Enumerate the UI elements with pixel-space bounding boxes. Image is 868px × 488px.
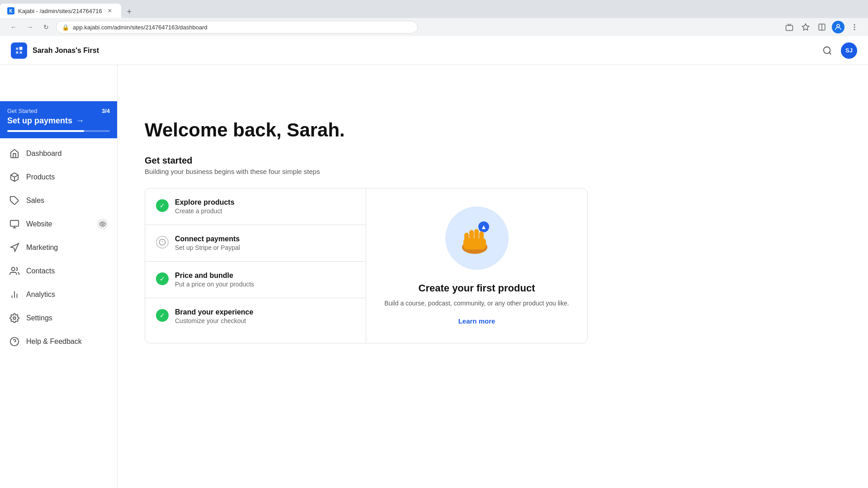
sidebar-item-label-sales: Sales [26,197,44,205]
app-layout: Get Started 3/4 Set up payments → Dashbo… [0,36,868,488]
cast-button[interactable] [783,21,796,33]
get-started-banner[interactable]: Get Started 3/4 Set up payments → [0,101,117,138]
svg-rect-12 [10,221,19,226]
sidebar-item-help[interactable]: Help & Feedback [0,330,117,353]
svg-marker-1 [802,24,809,30]
svg-point-4 [837,24,840,27]
sidebar-item-settings[interactable]: Settings [0,306,117,330]
step-explore[interactable]: ✓ Explore products Create a product [145,188,366,225]
hand-illustration: ▲ [454,216,500,261]
main-inner: Welcome back, Sarah. Get started Buildin… [118,101,615,361]
sidebar-item-contacts[interactable]: Contacts [0,259,117,283]
svg-point-5 [854,24,855,25]
sidebar-item-dashboard[interactable]: Dashboard [0,142,117,165]
create-product-title: Create your first product [419,282,535,294]
back-button[interactable]: ← [7,21,20,33]
get-started-title: Set up payments → [7,116,110,126]
create-product-desc: Build a course, podcast, community, or a… [384,299,569,308]
sidebar-item-label-website: Website [26,220,52,228]
box-icon [9,172,20,183]
step-desc-explore: Create a product [175,207,235,215]
browser-right-actions [783,21,861,33]
progress-bar-fill [7,130,84,132]
step-connect[interactable]: Connect payments Set up Stripe or Paypal [145,225,366,262]
step-content-explore: Explore products Create a product [175,198,235,215]
welcome-title: Welcome back, Sarah. [145,119,588,141]
megaphone-icon [9,242,20,253]
sidebar-item-label-dashboard: Dashboard [26,150,61,158]
step-title-connect: Connect payments [175,235,240,243]
app-topbar: Sarah Jonas's First SJ [0,36,868,65]
app-title: Sarah Jonas's First [33,47,99,55]
split-view-button[interactable] [816,21,828,33]
search-button[interactable] [819,42,835,59]
tab-title: Kajabi - /admin/sites/214764716 [18,8,102,14]
step-content-connect: Connect payments Set up Stripe or Paypal [175,235,240,251]
step-title-brand: Brand your experience [175,308,253,316]
help-circle-icon [9,336,20,347]
get-started-count: 3/4 [102,108,110,114]
svg-point-8 [824,47,830,53]
sidebar-item-label-marketing: Marketing [26,244,58,252]
monitor-icon [9,219,20,230]
lock-icon: 🔒 [62,24,69,31]
svg-rect-32 [474,229,479,239]
svg-rect-30 [464,233,469,242]
browser-chrome: K Kajabi - /admin/sites/214764716 ✕ + ← … [0,0,868,36]
get-started-label: Get Started [7,108,37,114]
step-content-price: Price and bundle Put a price on your pro… [175,272,254,288]
svg-text:▲: ▲ [481,223,487,230]
get-started-section-sub: Building your business begins with these… [145,168,588,175]
step-desc-price: Put a price on your products [175,281,254,288]
forward-button[interactable]: → [24,21,36,33]
svg-point-6 [854,27,855,28]
sidebar-item-sales[interactable]: Sales [0,189,117,212]
bookmark-button[interactable] [799,21,812,33]
step-icon-connect [156,236,169,249]
learn-more-link[interactable]: Learn more [458,317,495,325]
profile-button[interactable] [832,21,844,33]
get-started-cta-text: Set up payments [7,116,72,126]
gear-icon [9,313,20,324]
sidebar: Get Started 3/4 Set up payments → Dashbo… [0,36,118,488]
sidebar-item-products[interactable]: Products [0,165,117,189]
step-desc-connect: Set up Stripe or Paypal [175,244,240,251]
step-price[interactable]: ✓ Price and bundle Put a price on your p… [145,262,366,298]
step-icon-brand: ✓ [156,309,169,322]
svg-rect-0 [786,25,793,30]
sidebar-item-label-products: Products [26,173,55,181]
reload-button[interactable]: ↻ [40,21,52,33]
home-icon [9,148,20,159]
steps-grid: ✓ Explore products Create a product Conn… [145,188,588,343]
users-icon [9,266,20,277]
step-title-price: Price and bundle [175,272,254,280]
svg-point-16 [12,267,15,271]
svg-rect-31 [469,230,474,240]
tab-close-button[interactable]: ✕ [106,7,114,15]
address-bar[interactable]: 🔒 app.kajabi.com/admin/sites/2147647163/… [56,21,418,33]
user-avatar[interactable]: SJ [841,42,857,59]
step-brand[interactable]: ✓ Brand your experience Customize your c… [145,298,366,334]
sidebar-item-website[interactable]: Website [0,212,117,236]
app-logo [11,42,27,59]
sidebar-item-label-help: Help & Feedback [26,338,82,346]
new-tab-button[interactable]: + [123,5,136,18]
svg-point-7 [854,29,855,30]
step-title-explore: Explore products [175,198,235,206]
get-started-section-title: Get started [145,155,588,166]
progress-bar-track [7,130,110,132]
step-icon-explore: ✓ [156,199,169,212]
address-text: app.kajabi.com/admin/sites/2147647163/da… [73,24,412,31]
get-started-top: Get Started 3/4 [7,108,110,114]
sidebar-item-label-settings: Settings [26,314,52,322]
steps-list: ✓ Explore products Create a product Conn… [145,188,366,343]
active-tab[interactable]: K Kajabi - /admin/sites/214764716 ✕ [0,4,121,18]
sidebar-item-marketing[interactable]: Marketing [0,236,117,259]
illustration-circle: ▲ [445,206,509,270]
sidebar-item-label-analytics: Analytics [26,291,55,299]
sidebar-item-analytics[interactable]: Analytics [0,283,117,306]
steps-cta-panel: ▲ Create your fi [366,188,587,343]
svg-line-9 [829,52,831,54]
menu-button[interactable] [848,21,861,33]
address-bar-row: ← → ↻ 🔒 app.kajabi.com/admin/sites/21476… [0,18,868,36]
